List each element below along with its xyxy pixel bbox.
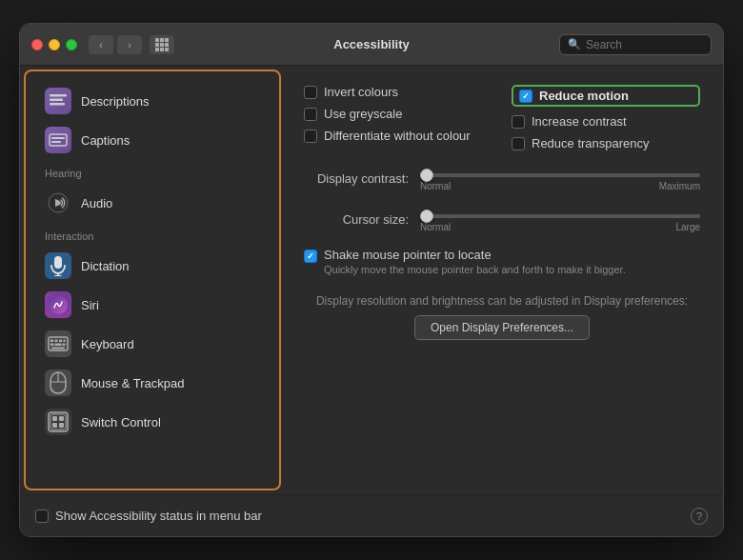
sidebar-label-descriptions: Descriptions (81, 94, 150, 109)
cursor-size-max: Large (675, 222, 700, 232)
cursor-size-track[interactable] (420, 214, 700, 218)
search-input[interactable] (586, 38, 703, 51)
svg-rect-12 (50, 340, 53, 343)
display-contrast-track[interactable] (420, 173, 700, 177)
svg-rect-4 (51, 137, 65, 139)
traffic-lights (31, 39, 77, 50)
nav-buttons: ‹ › (89, 35, 174, 54)
titlebar: ‹ › Accessibility 🔍 (20, 24, 723, 66)
cursor-size-min: Normal (420, 222, 451, 232)
shake-mouse-text: Shake mouse pointer to locate Quickly mo… (324, 248, 626, 275)
shake-mouse-description: Quickly move the mouse pointer back and … (324, 264, 626, 275)
keyboard-icon (45, 330, 71, 357)
use-greyscale-label: Use greyscale (324, 107, 402, 121)
reduce-transparency-checkbox[interactable] (512, 137, 525, 150)
sidebar-item-mouse[interactable]: Mouse & Trackpad (31, 364, 273, 402)
display-contrast-labels: Normal Maximum (420, 181, 700, 191)
reduce-transparency-row[interactable]: Reduce transparency (512, 136, 700, 150)
hearing-section-header: Hearing (26, 160, 279, 183)
option-group-left: Invert colours Use greyscale Differentia… (304, 85, 492, 150)
cursor-size-row: Cursor size: Normal Large (304, 207, 700, 232)
switch-icon (45, 409, 71, 435)
svg-rect-5 (51, 141, 61, 143)
sidebar-item-captions[interactable]: Captions (31, 121, 273, 159)
grid-button[interactable] (150, 35, 174, 54)
sidebar-label-keyboard: Keyboard (81, 337, 134, 351)
display-contrast-min: Normal (420, 181, 451, 191)
sidebar-label-siri: Siri (81, 298, 99, 312)
close-button[interactable] (31, 39, 43, 50)
cursor-size-labels: Normal Large (420, 222, 700, 232)
help-button[interactable]: ? (691, 508, 708, 525)
shake-mouse-row[interactable]: Shake mouse pointer to locate Quickly mo… (304, 248, 700, 275)
window-title: Accessibility (333, 37, 410, 51)
grid-icon (155, 38, 169, 51)
interaction-section-header: Interaction (26, 223, 279, 246)
differentiate-label: Differentiate without colour (324, 129, 471, 143)
search-icon: 🔍 (568, 38, 581, 50)
show-status-row[interactable]: Show Accessibility status in menu bar (35, 509, 262, 523)
svg-rect-18 (63, 344, 66, 347)
captions-icon (45, 127, 71, 153)
option-group-right: Reduce motion Increase contrast Reduce t… (512, 85, 700, 150)
display-note: Display resolution and brightness can be… (304, 294, 700, 308)
cursor-size-label: Cursor size: (304, 212, 409, 227)
differentiate-row[interactable]: Differentiate without colour (304, 129, 492, 143)
bottom-bar: Show Accessibility status in menu bar ? (20, 494, 723, 536)
increase-contrast-checkbox[interactable] (512, 115, 525, 129)
descriptions-icon (45, 88, 71, 114)
reduce-motion-checkbox[interactable] (519, 90, 532, 103)
siri-icon (45, 291, 71, 318)
svg-rect-14 (59, 340, 62, 343)
reduce-transparency-label: Reduce transparency (532, 136, 650, 150)
invert-colours-row[interactable]: Invert colours (304, 85, 492, 99)
sidebar-item-audio[interactable]: Audio (31, 184, 273, 222)
use-greyscale-checkbox[interactable] (304, 108, 317, 121)
search-bar[interactable]: 🔍 (559, 34, 712, 55)
forward-button[interactable]: › (117, 35, 142, 54)
svg-rect-26 (52, 423, 57, 428)
reduce-motion-label: Reduce motion (539, 89, 629, 103)
sidebar-item-siri[interactable]: Siri (31, 286, 273, 324)
increase-contrast-row[interactable]: Increase contrast (512, 114, 700, 129)
show-status-checkbox[interactable] (35, 510, 49, 523)
svg-rect-17 (55, 344, 62, 347)
cursor-size-section: Cursor size: Normal Large (304, 207, 700, 232)
differentiate-checkbox[interactable] (304, 130, 317, 143)
svg-rect-19 (51, 348, 65, 350)
maximize-button[interactable] (66, 39, 77, 50)
sidebar-item-dictation[interactable]: Dictation (31, 247, 273, 285)
svg-rect-16 (50, 344, 54, 347)
use-greyscale-row[interactable]: Use greyscale (304, 107, 492, 121)
main-content: Descriptions Captions Hearing (20, 66, 723, 494)
show-status-label: Show Accessibility status in menu bar (55, 509, 262, 523)
right-panel: Invert colours Use greyscale Differentia… (281, 66, 723, 494)
reduce-motion-row[interactable]: Reduce motion (512, 85, 700, 107)
svg-rect-0 (50, 94, 67, 97)
sidebar-item-keyboard[interactable]: Keyboard (31, 325, 273, 363)
sidebar-item-switch[interactable]: Switch Control (31, 403, 273, 441)
shake-mouse-checkbox[interactable] (304, 250, 317, 263)
display-contrast-thumb[interactable] (420, 169, 433, 182)
sidebar-label-dictation: Dictation (81, 259, 130, 273)
sidebar: Descriptions Captions Hearing (24, 70, 281, 490)
back-button[interactable]: ‹ (89, 35, 113, 54)
svg-rect-2 (50, 103, 65, 106)
invert-colours-checkbox[interactable] (304, 86, 317, 99)
sidebar-label-captions: Captions (81, 133, 130, 148)
display-contrast-label: Display contrast: (304, 171, 409, 186)
open-display-prefs-button[interactable]: Open Display Preferences... (414, 315, 590, 340)
cursor-size-thumb[interactable] (420, 210, 433, 223)
svg-rect-27 (59, 423, 64, 428)
minimize-button[interactable] (49, 39, 60, 50)
app-window: ‹ › Accessibility 🔍 (19, 23, 724, 537)
svg-rect-7 (54, 256, 62, 269)
svg-rect-22 (49, 412, 68, 431)
sidebar-label-switch: Switch Control (81, 415, 161, 430)
invert-colours-label: Invert colours (324, 85, 398, 99)
mouse-icon (45, 370, 71, 396)
audio-icon (45, 190, 71, 216)
increase-contrast-label: Increase contrast (532, 114, 627, 129)
svg-rect-1 (50, 99, 63, 102)
sidebar-item-descriptions[interactable]: Descriptions (31, 82, 273, 120)
